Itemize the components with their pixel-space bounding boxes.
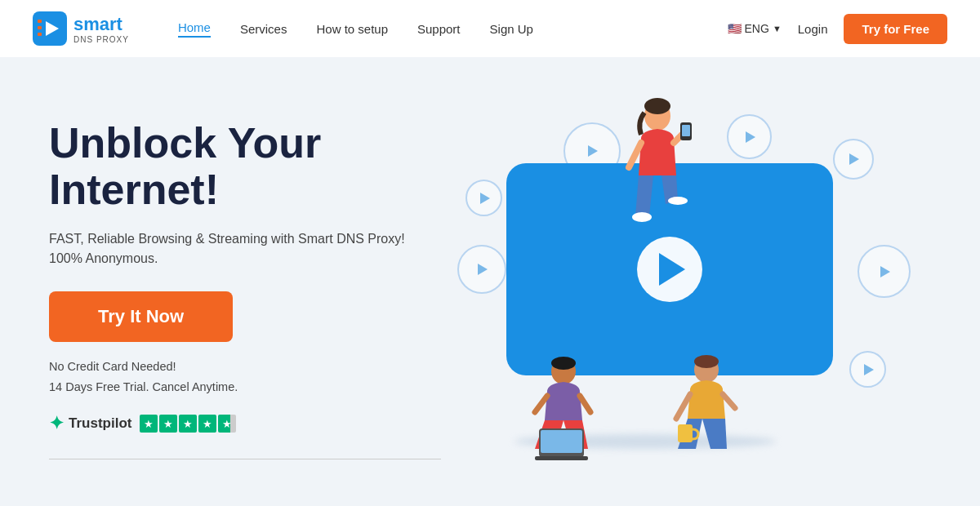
no-credit-text: No Credit Card Needed! 14 Days Free Tria… — [49, 357, 441, 397]
lang-selector[interactable]: 🇺🇸 ENG ▼ — [728, 22, 782, 35]
svg-rect-14 — [541, 430, 582, 453]
float-circle-2 — [727, 114, 772, 159]
logo[interactable]: smart DNS PROXY — [33, 11, 129, 46]
float-circle-4 — [457, 245, 506, 294]
hero-subtitle: FAST, Reliable Browsing & Streaming with… — [49, 229, 441, 269]
try-free-button[interactable]: Try for Free — [844, 14, 947, 44]
svg-point-12 — [551, 357, 576, 370]
svg-rect-4 — [38, 33, 42, 36]
hero-right — [441, 90, 931, 490]
try-now-button[interactable]: Try It Now — [49, 291, 233, 342]
logo-smart-text: smart — [74, 14, 122, 34]
logo-text: smart DNS PROXY — [74, 14, 129, 44]
trustpilot-area: ✦ Trustpilot ★ ★ ★ ★ ★ — [49, 413, 441, 434]
person-bottom-left — [527, 355, 633, 461]
svg-rect-10 — [682, 125, 690, 136]
svg-point-7 — [632, 212, 652, 222]
divider — [49, 459, 441, 459]
logo-dns-text: DNS PROXY — [74, 35, 129, 44]
trustpilot-logo: ✦ Trustpilot — [49, 413, 131, 434]
logo-icon — [33, 11, 67, 46]
svg-rect-2 — [38, 20, 42, 23]
float-circle-7 — [849, 351, 886, 388]
nav-howto[interactable]: How to setup — [316, 22, 388, 36]
svg-rect-18 — [678, 424, 693, 442]
nav-right: 🇺🇸 ENG ▼ Login Try for Free — [728, 14, 947, 44]
svg-rect-3 — [38, 26, 42, 29]
star-5: ★ — [218, 415, 236, 433]
nav-services[interactable]: Services — [240, 22, 287, 36]
play-button[interactable] — [637, 237, 702, 302]
nav-home[interactable]: Home — [178, 20, 211, 38]
lang-label: ENG — [745, 22, 769, 35]
navbar: smart DNS PROXY Home Services How to set… — [0, 0, 980, 57]
svg-rect-15 — [535, 456, 588, 460]
star-4: ★ — [198, 415, 216, 433]
star-1: ★ — [140, 415, 158, 433]
chevron-down-icon: ▼ — [773, 24, 782, 33]
nav-support[interactable]: Support — [417, 22, 461, 36]
person-bottom-right — [645, 355, 751, 461]
float-circle-6 — [858, 245, 911, 298]
trustpilot-label: Trustpilot — [69, 415, 131, 432]
login-button[interactable]: Login — [798, 22, 828, 36]
trustpilot-star-icon: ✦ — [49, 413, 64, 434]
flag-icon: 🇺🇸 — [728, 22, 742, 35]
star-2: ★ — [159, 415, 177, 433]
nav-links: Home Services How to setup Support Sign … — [178, 20, 728, 38]
nav-signup[interactable]: Sign Up — [490, 22, 533, 36]
float-circle-5 — [833, 139, 874, 180]
illustration — [457, 114, 915, 465]
hero-section: Unblock Your Internet! FAST, Reliable Br… — [0, 57, 980, 506]
hero-left: Unblock Your Internet! FAST, Reliable Br… — [49, 120, 441, 460]
svg-point-17 — [694, 355, 719, 368]
hero-title: Unblock Your Internet! — [49, 120, 441, 213]
svg-point-6 — [644, 98, 670, 114]
play-icon — [659, 253, 685, 286]
float-circle-3 — [466, 180, 502, 216]
person-top — [612, 98, 702, 229]
svg-point-8 — [668, 197, 688, 205]
star-3: ★ — [179, 415, 197, 433]
trustpilot-stars: ★ ★ ★ ★ ★ — [140, 415, 236, 433]
